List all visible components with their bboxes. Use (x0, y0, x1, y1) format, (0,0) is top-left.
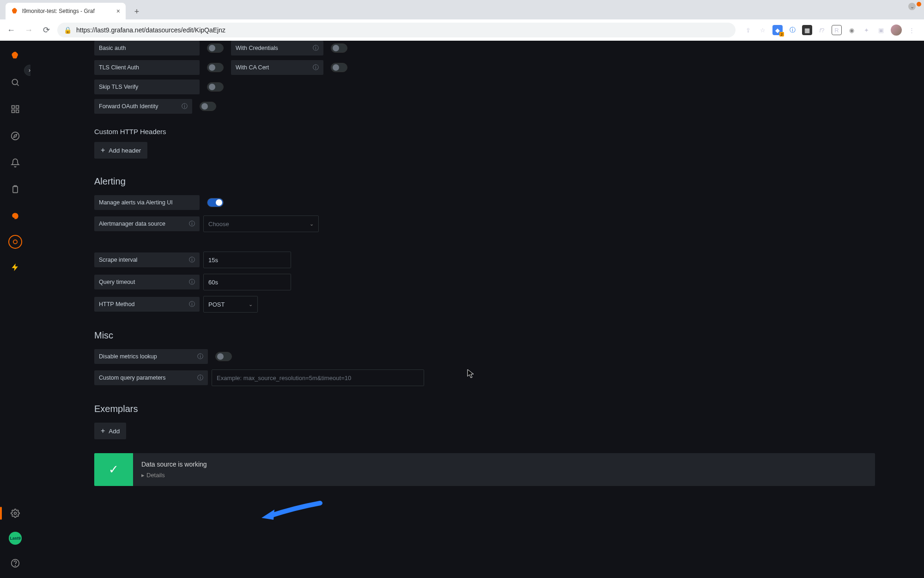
status-title: Data source is working (141, 461, 207, 468)
info-icon[interactable]: ⓘ (197, 352, 203, 361)
grafana-logo-icon[interactable] (7, 47, 24, 64)
skip-tls-verify-toggle[interactable] (207, 82, 224, 92)
user-avatar[interactable]: Last9 (9, 532, 22, 545)
alertmanager-select[interactable]: Choose ⌄ (203, 215, 319, 232)
alerting-icon[interactable] (7, 154, 24, 171)
http-method-select[interactable]: POST ⌄ (203, 296, 258, 313)
alertmanager-label: Alertmanager data source ⓘ (94, 216, 200, 231)
svg-point-11 (15, 566, 16, 566)
info-icon[interactable]: ⓘ (313, 63, 319, 72)
svg-rect-1 (12, 106, 15, 109)
extension-rec-icon[interactable]: ◉ (846, 25, 857, 35)
grafana-favicon-icon (11, 7, 18, 15)
search-icon[interactable] (7, 74, 24, 91)
svg-rect-3 (12, 110, 15, 113)
extension-blue-icon[interactable]: ◆ (772, 25, 783, 35)
info-icon[interactable]: ⓘ (189, 278, 195, 286)
query-timeout-input[interactable] (203, 274, 291, 290)
scrape-interval-input[interactable] (203, 252, 291, 268)
clipboard-icon[interactable] (7, 181, 24, 198)
misc-title: Misc (94, 330, 875, 341)
profile-avatar[interactable] (891, 25, 902, 36)
star-icon[interactable]: ☆ (758, 25, 768, 35)
http-method-label: HTTP Method ⓘ (94, 297, 200, 312)
status-banner: ✓ Data source is working ▸ Details (94, 453, 875, 486)
with-credentials-toggle[interactable] (331, 43, 347, 53)
tls-client-auth-toggle[interactable] (207, 63, 224, 72)
with-ca-cert-toggle[interactable] (331, 63, 347, 72)
info-icon[interactable]: ⓘ (197, 374, 203, 382)
extension-icons: ⇪ ☆ ◆ ⓘ ▦ f? R ◉ ✦ ▣ ⋮ (740, 25, 919, 36)
window-control-dot (917, 2, 921, 6)
with-credentials-label: With Credentials ⓘ (231, 41, 323, 55)
bolt-icon[interactable] (7, 259, 24, 276)
add-header-button[interactable]: + Add header (94, 142, 147, 159)
manage-alerts-toggle[interactable] (207, 198, 224, 207)
disable-lookup-label: Disable metrics lookup ⓘ (94, 349, 208, 364)
scrape-interval-row: Scrape interval ⓘ (94, 252, 875, 268)
new-tab-button[interactable]: + (130, 5, 143, 18)
chevron-down-icon: ⌄ (249, 301, 253, 307)
incident-icon[interactable] (8, 235, 22, 249)
tab-close-icon[interactable]: × (116, 7, 120, 15)
manage-alerts-row: Manage alerts via Alerting UI (94, 195, 875, 210)
url-field[interactable]: 🔒 https://last9.grafana.net/datasources/… (57, 23, 736, 37)
plus-icon: + (101, 146, 105, 154)
help-icon[interactable] (7, 555, 24, 572)
auth-row-basic: Basic auth With Credentials ⓘ (94, 41, 875, 55)
triangle-right-icon: ▸ (141, 472, 145, 479)
svg-point-5 (12, 132, 19, 140)
oncall-icon[interactable] (7, 208, 24, 225)
info-icon[interactable]: ⓘ (189, 220, 195, 228)
info-icon[interactable]: ⓘ (189, 300, 195, 308)
dashboards-icon[interactable] (7, 101, 24, 117)
browser-tab[interactable]: l9monitor-test: Settings - Graf × (6, 3, 126, 19)
tab-title: l9monitor-test: Settings - Graf (22, 8, 113, 14)
share-icon[interactable]: ⇪ (743, 25, 753, 35)
plus-icon: + (101, 427, 105, 435)
info-icon[interactable]: ⓘ (189, 256, 195, 264)
extension-info-icon[interactable]: ⓘ (787, 25, 797, 35)
alerting-title: Alerting (94, 176, 875, 187)
forward-oauth-toggle[interactable] (200, 102, 216, 111)
http-method-row: HTTP Method ⓘ POST ⌄ (94, 296, 875, 313)
custom-params-label: Custom query parameters ⓘ (94, 370, 208, 385)
chrome-menu-icon[interactable]: ⋮ (906, 25, 917, 35)
disable-lookup-toggle[interactable] (215, 352, 232, 361)
extension-r-icon[interactable]: R (832, 25, 842, 35)
grafana-app: › Last9 (0, 41, 924, 578)
extension-dark-icon[interactable]: ▦ (802, 25, 812, 35)
forward-button[interactable]: → (22, 24, 35, 37)
sidebar: › Last9 (0, 41, 30, 578)
basic-auth-toggle[interactable] (207, 43, 224, 53)
settings-icon[interactable] (7, 505, 24, 522)
custom-headers-title: Custom HTTP Headers (94, 128, 875, 135)
info-icon[interactable]: ⓘ (313, 44, 319, 52)
extension-f-icon[interactable]: f? (817, 25, 827, 35)
scrape-interval-label: Scrape interval ⓘ (94, 252, 200, 267)
url-text: https://last9.grafana.net/datasources/ed… (76, 26, 225, 34)
tls-client-auth-label: TLS Client Auth (94, 60, 200, 75)
back-button[interactable]: ← (5, 24, 18, 37)
svg-rect-2 (16, 106, 19, 109)
extensions-puzzle-icon[interactable]: ✦ (861, 25, 871, 35)
address-bar: ← → ⟳ 🔒 https://last9.grafana.net/dataso… (0, 19, 924, 41)
sidepanel-icon[interactable]: ▣ (876, 25, 886, 35)
auth-row-skip: Skip TLS Verify (94, 80, 875, 94)
basic-auth-label: Basic auth (94, 41, 200, 55)
add-exemplar-button[interactable]: + Add (94, 423, 126, 439)
reload-button[interactable]: ⟳ (40, 24, 53, 37)
alertmanager-row: Alertmanager data source ⓘ Choose ⌄ (94, 215, 875, 232)
forward-oauth-label: Forward OAuth Identity ⓘ (94, 99, 192, 114)
status-details-toggle[interactable]: ▸ Details (141, 472, 207, 479)
annotation-arrow (258, 499, 322, 525)
explore-icon[interactable] (7, 128, 24, 144)
disable-lookup-row: Disable metrics lookup ⓘ (94, 349, 875, 364)
info-icon[interactable]: ⓘ (182, 102, 188, 111)
chrome-expand-icon[interactable]: ⌄ (908, 3, 916, 10)
svg-rect-7 (13, 186, 18, 192)
custom-params-input[interactable] (212, 369, 424, 386)
main-content: Basic auth With Credentials ⓘ TLS Client… (30, 41, 924, 578)
svg-point-9 (14, 512, 17, 515)
manage-alerts-label: Manage alerts via Alerting UI (94, 195, 200, 210)
